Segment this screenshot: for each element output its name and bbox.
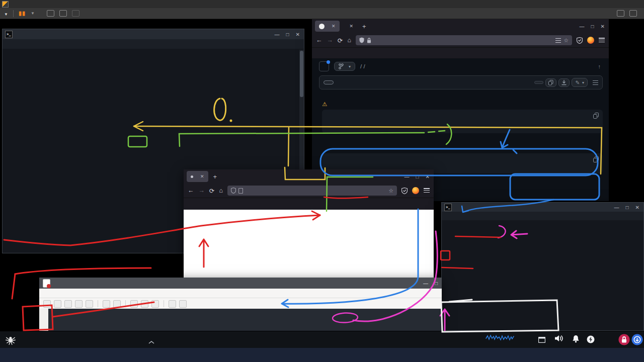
maximize-icon[interactable]: □ [435, 281, 438, 286]
notification-bell-icon[interactable] [572, 335, 580, 345]
toolbar-divider [13, 10, 14, 17]
edit-icon[interactable]: ✎ ▾ [572, 78, 588, 87]
tab-blame[interactable] [347, 81, 356, 84]
navigation-bar: ← → ⟳ ⌂ ☆ [184, 184, 434, 198]
tab-payloadsallthethings[interactable]: ✕ [315, 21, 340, 32]
home-icon[interactable]: ⌂ [219, 187, 223, 194]
power-manager-icon[interactable] [587, 335, 595, 345]
firefox-account-icon[interactable] [587, 37, 594, 44]
editor-text[interactable] [48, 309, 442, 331]
reload-icon[interactable]: ⟳ [209, 187, 214, 195]
firefox-window-app[interactable]: ✕ + — □ ✕ ← → ⟳ ⌂ ☆ [184, 169, 434, 281]
download-icon[interactable] [558, 78, 570, 87]
new-file-icon[interactable] [43, 300, 51, 308]
back-icon[interactable]: ← [316, 37, 323, 44]
close-file-icon[interactable] [86, 300, 93, 308]
save-as-icon[interactable] [75, 300, 83, 308]
copy-icon[interactable] [141, 300, 148, 308]
volume-icon[interactable] [554, 335, 564, 344]
close-tab-icon[interactable]: ✕ [350, 24, 354, 29]
tab-code[interactable] [336, 81, 345, 84]
close-icon[interactable]: ✕ [296, 32, 300, 37]
minimize-icon[interactable]: — [405, 174, 410, 179]
close-icon[interactable]: ✕ [635, 205, 639, 210]
tab-localhost-phptwig[interactable]: ✕ [342, 21, 358, 32]
line-number-gutter [39, 309, 48, 331]
back-to-top-link[interactable]: ↑ [598, 63, 601, 69]
shield-icon [359, 37, 364, 43]
sidebar-toggle-icon[interactable] [319, 61, 329, 71]
bookmark-star-icon[interactable]: ☆ [564, 37, 569, 44]
redo-icon[interactable] [113, 300, 121, 308]
cut-icon[interactable] [130, 300, 138, 308]
close-icon[interactable]: ✕ [426, 174, 430, 179]
branch-selector[interactable]: ▾ [334, 62, 355, 71]
terminal-window-netcat[interactable]: >_ — □ ✕ [441, 202, 644, 331]
python-web-app-page [184, 210, 434, 281]
vm-taskbar [0, 331, 644, 348]
raw-button[interactable] [534, 81, 543, 84]
close-tab-icon[interactable]: ✕ [332, 24, 336, 29]
maximize-icon[interactable]: □ [626, 205, 629, 210]
tab-preview[interactable] [324, 80, 334, 84]
mousepad-window[interactable]: — □ [39, 278, 442, 331]
paste-icon[interactable] [151, 300, 159, 308]
close-icon[interactable]: ✕ [601, 24, 605, 29]
terminal-titlebar[interactable]: >_ — □ ✕ [3, 29, 304, 39]
mousepad-titlebar[interactable]: — □ [39, 278, 442, 289]
open-file-icon[interactable] [54, 300, 61, 308]
reader-mode-icon[interactable] [555, 38, 561, 43]
expand-view-icon[interactable] [629, 10, 637, 17]
terminal-titlebar[interactable]: >_ — □ ✕ [442, 203, 643, 212]
console-view-icon[interactable] [617, 10, 624, 17]
undo-icon[interactable] [103, 300, 110, 308]
find-replace-icon[interactable] [179, 300, 187, 308]
bookmark-star-icon[interactable]: ☆ [388, 188, 393, 194]
minimize-icon[interactable]: — [275, 32, 280, 37]
forward-icon: → [199, 187, 205, 194]
menu-icon[interactable] [599, 38, 605, 43]
save-icon[interactable] [64, 300, 72, 308]
fullscreen-icon[interactable] [59, 10, 67, 17]
find-icon[interactable] [169, 300, 176, 308]
suspend-button[interactable]: ▮▮ [19, 10, 26, 17]
panel-expand-icon[interactable] [148, 337, 154, 346]
tray-window-icon[interactable] [538, 336, 545, 345]
player-menu-button[interactable]: ▼ [4, 11, 8, 17]
home-icon[interactable]: ⌂ [347, 37, 351, 44]
terminal-output[interactable] [442, 220, 643, 330]
send-ctrl-alt-del-icon[interactable] [47, 10, 54, 17]
copy-code-icon[interactable] [593, 156, 599, 165]
outline-icon[interactable] [593, 80, 598, 85]
mousepad-editor[interactable] [39, 309, 442, 331]
back-icon[interactable]: ← [188, 187, 194, 194]
screen-lock-icon[interactable] [618, 334, 630, 347]
new-tab-button[interactable]: + [213, 173, 217, 180]
copy-raw-icon[interactable] [545, 78, 556, 87]
minimize-icon[interactable]: — [423, 281, 428, 286]
pocket-shield-icon[interactable] [401, 188, 408, 194]
maximize-icon[interactable]: □ [286, 32, 289, 37]
menu-icon[interactable] [424, 188, 430, 193]
windows-taskbar [0, 348, 644, 362]
url-bar[interactable]: ☆ [227, 186, 397, 196]
pocket-shield-icon[interactable] [577, 37, 583, 44]
terminal-icon: >_ [444, 204, 452, 211]
copy-code-icon[interactable] [593, 113, 599, 121]
tab-python-web-app[interactable]: ✕ [187, 171, 208, 182]
firefox-account-icon[interactable] [412, 187, 419, 194]
code-block-subclasses[interactable] [322, 110, 603, 133]
kali-menu-button[interactable] [4, 333, 17, 348]
vmware-titlebar [0, 0, 644, 8]
minimize-icon[interactable]: — [614, 205, 619, 210]
minimize-icon[interactable]: — [580, 24, 585, 29]
maximize-icon[interactable]: □ [591, 24, 594, 29]
maximize-icon[interactable]: □ [416, 174, 419, 179]
lock-icon [367, 38, 371, 43]
suspend-dropdown[interactable]: ▼ [31, 11, 35, 16]
url-bar[interactable]: ☆ [356, 35, 572, 45]
update-icon[interactable] [631, 334, 643, 347]
reload-icon[interactable]: ⟳ [338, 37, 343, 44]
new-tab-button[interactable]: + [362, 23, 366, 30]
close-tab-icon[interactable]: ✕ [200, 174, 204, 179]
